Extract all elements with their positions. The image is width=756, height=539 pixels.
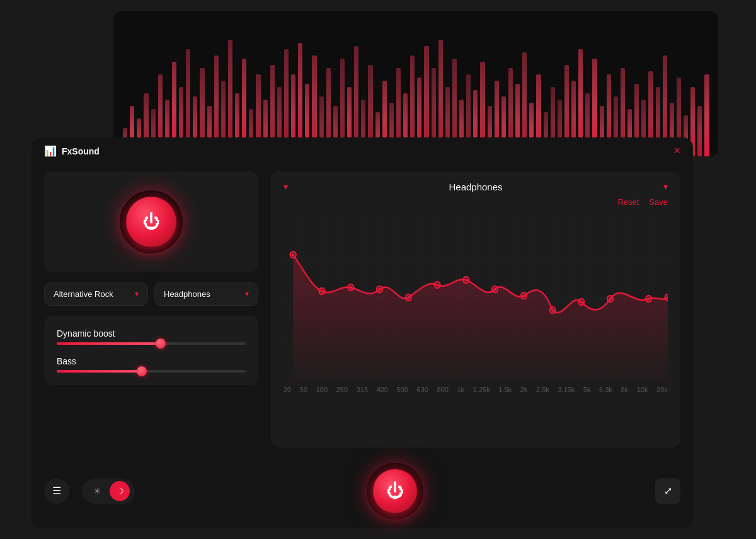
controls-area: Dynamic boost Bass xyxy=(44,316,258,385)
power-area: ⏻ xyxy=(44,171,258,272)
device-label: Headphones xyxy=(164,289,210,299)
menu-icon: ☰ xyxy=(52,485,61,497)
svg-point-33 xyxy=(609,297,611,300)
app-container: 📊 FxSound × ⏻ A xyxy=(32,11,724,528)
save-button[interactable]: Save xyxy=(649,197,668,207)
svg-point-31 xyxy=(551,308,554,311)
reset-button[interactable]: Reset xyxy=(617,197,639,207)
dynamic-boost-thumb[interactable] xyxy=(156,339,166,349)
close-button[interactable]: × xyxy=(673,144,680,158)
freq-10k: 10k xyxy=(637,386,648,393)
eq-svg xyxy=(284,217,668,381)
svg-point-32 xyxy=(580,300,583,303)
preset-dropdown[interactable]: Alternative Rock ▾ xyxy=(44,282,148,306)
power-btn-bottom-glow: ⏻ xyxy=(367,463,423,519)
svg-point-30 xyxy=(522,294,525,297)
svg-point-26 xyxy=(407,296,410,299)
bass-label: Bass xyxy=(57,356,246,366)
freq-1.5k: 1.5k xyxy=(498,386,512,393)
bottom-left-controls: ☰ ☀ ☽ xyxy=(44,478,135,504)
freq-315: 315 xyxy=(357,386,368,393)
expand-icon: ⤢ xyxy=(664,485,672,497)
svg-point-23 xyxy=(321,289,323,293)
device-chevron-icon: ▾ xyxy=(245,289,249,298)
eq-freq-labels: 20 50 100 250 315 400 500 630 800 1k 1.2… xyxy=(284,383,668,393)
spectrum-visualizer xyxy=(113,11,718,156)
freq-100: 100 xyxy=(316,386,328,393)
power-icon: ⏻ xyxy=(142,213,160,231)
preset-label: Alternative Rock xyxy=(54,289,113,299)
left-panel: ⏻ Alternative Rock ▾ Headphones ▾ xyxy=(44,171,258,448)
eq-chart: 20 50 100 250 315 400 500 630 800 1k 1.2… xyxy=(284,217,668,438)
bass-thumb[interactable] xyxy=(137,366,147,376)
svg-point-34 xyxy=(647,297,650,300)
sound-wave-icon: 📊 xyxy=(44,145,57,157)
eq-chevron-right-icon: ▾ xyxy=(663,182,668,192)
svg-point-24 xyxy=(350,286,352,289)
bass-fill xyxy=(57,370,142,373)
freq-2.5k: 2.5k xyxy=(536,386,549,393)
freq-250: 250 xyxy=(336,386,348,393)
spectrum-bars xyxy=(123,18,709,156)
bottom-power-area: ⏻ xyxy=(367,463,423,519)
freq-20: 20 xyxy=(284,386,291,393)
spectrum-bar-83 xyxy=(704,74,709,156)
dynamic-boost-fill xyxy=(57,342,161,345)
app-title: 📊 FxSound xyxy=(44,145,100,157)
moon-icon: ☽ xyxy=(116,486,124,496)
power-icon-bottom: ⏻ xyxy=(386,482,404,500)
bass-track xyxy=(57,370,246,373)
freq-6.3k: 6.3k xyxy=(599,386,612,393)
main-panel: 📊 FxSound × ⏻ A xyxy=(32,137,693,528)
device-dropdown[interactable]: Headphones ▾ xyxy=(154,282,258,306)
expand-button[interactable]: ⤢ xyxy=(655,478,680,504)
freq-20k: 20k xyxy=(656,386,668,393)
title-bar: 📊 FxSound × xyxy=(32,137,693,165)
power-button[interactable]: ⏻ xyxy=(126,197,176,247)
eq-chevron-left-icon: ▾ xyxy=(284,182,288,192)
eq-actions: ▾ xyxy=(663,182,668,192)
freq-3.15k: 3.15k xyxy=(558,386,575,393)
svg-point-27 xyxy=(436,283,438,286)
dynamic-boost-label: Dynamic boost xyxy=(57,328,246,339)
svg-point-28 xyxy=(465,278,467,281)
sun-icon: ☀ xyxy=(93,486,101,496)
dynamic-boost-track xyxy=(57,342,246,345)
eq-title-row: Headphones xyxy=(288,182,663,192)
freq-1k: 1k xyxy=(457,386,465,393)
power-button-bottom[interactable]: ⏻ xyxy=(373,469,417,513)
freq-400: 400 xyxy=(377,386,388,393)
menu-button[interactable]: ☰ xyxy=(44,478,69,504)
content-area: ⏻ Alternative Rock ▾ Headphones ▾ xyxy=(32,165,693,448)
svg-point-29 xyxy=(493,287,496,291)
freq-5k: 5k xyxy=(583,386,591,393)
freq-8k: 8k xyxy=(621,386,628,393)
freq-1.25k: 1.25k xyxy=(473,386,490,393)
eq-header: ▾ Headphones ▾ xyxy=(284,182,668,192)
svg-point-22 xyxy=(292,253,294,256)
bottom-right-controls: ⤢ xyxy=(655,478,680,504)
theme-toggle: ☀ ☽ xyxy=(82,478,135,504)
freq-2k: 2k xyxy=(520,386,528,393)
eq-panel: ▾ Headphones ▾ Reset Save xyxy=(271,171,680,448)
freq-630: 630 xyxy=(417,386,428,393)
preset-chevron-icon: ▾ xyxy=(135,289,139,298)
bottom-bar: ☰ ☀ ☽ ⏻ xyxy=(32,454,693,528)
freq-50: 50 xyxy=(300,386,307,393)
power-button-glow: ⏻ xyxy=(120,190,183,253)
spectrum-bar-82 xyxy=(697,106,702,156)
bass-control: Bass xyxy=(57,356,246,373)
freq-800: 800 xyxy=(437,386,449,393)
dropdowns-row: Alternative Rock ▾ Headphones ▾ xyxy=(44,282,258,306)
app-name: FxSound xyxy=(62,146,100,156)
dynamic-boost-control: Dynamic boost xyxy=(57,328,246,345)
light-theme-button[interactable]: ☀ xyxy=(87,481,107,501)
dark-theme-button[interactable]: ☽ xyxy=(110,481,130,501)
svg-point-25 xyxy=(378,287,381,291)
eq-device-name: Headphones xyxy=(449,182,502,192)
freq-500: 500 xyxy=(397,386,408,393)
